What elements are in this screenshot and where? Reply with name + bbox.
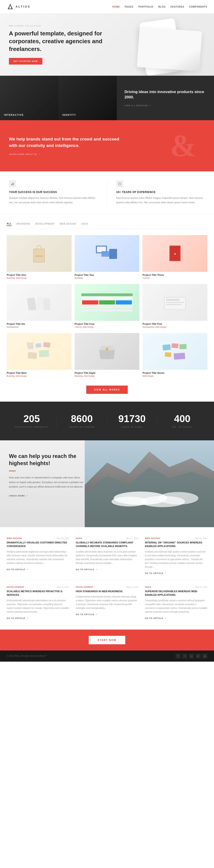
svg-rect-26 [43, 342, 51, 348]
blog-cat-4: Development [7, 586, 25, 588]
hero-cta-button[interactable]: GET STARTED NOW [9, 58, 42, 65]
blog-link-3[interactable]: GO TO ARTICLE [145, 572, 163, 575]
portfolio-item-1[interactable]: ORANGE Project Title One Branding, Web D… [7, 235, 72, 281]
portfolio-item-2[interactable]: Project Title Two Branding [75, 235, 139, 281]
header: ALTIUS HOME PAGES PORTFOLIO BLOG FEATURE… [0, 0, 214, 13]
portfolio-item-6[interactable]: Project Title Six Development [7, 284, 72, 330]
stat-number-projects: 205 [7, 414, 57, 424]
arrow-icon: → [149, 104, 151, 106]
blog-link-1[interactable]: GO TO ARTICLE [7, 568, 25, 570]
filter-webdesign[interactable]: WEB DESIGN [59, 222, 76, 226]
feature-success: YOUR SUCCESS IS OUR SUCCESS Quisque volu… [9, 180, 107, 205]
blog-excerpt-1: Holisticly administrate digital low-risk… [7, 550, 69, 565]
svg-rect-32 [171, 343, 178, 348]
social-googleplus[interactable]: g+ [196, 654, 200, 658]
nav-components[interactable]: COMPONENTS [189, 6, 207, 8]
blog-section: Web Design May 01, 2022 DRAMATICALLY VIS… [0, 527, 214, 629]
logo[interactable]: ALTIUS [7, 3, 30, 10]
portfolio-item-3[interactable]: ▲ Project Title Three CSS/JS [142, 235, 207, 281]
service-identity[interactable]: IDENTITY [58, 76, 117, 120]
filter-uxui[interactable]: UX/UI [81, 222, 88, 226]
portfolio-cat-9: Branding, Web Design [7, 375, 72, 377]
nav-features[interactable]: FEATURES [170, 6, 184, 8]
nav-home[interactable]: HOME [112, 6, 120, 8]
stat-sales: 400 NO. OF SALES [157, 414, 207, 428]
blog-arrow-1: → [26, 568, 29, 570]
svg-rect-4 [13, 183, 14, 185]
portfolio-title-2: Project Title Two [75, 274, 139, 276]
portfolio-item-5[interactable]: Project Title Five Development, Web Desi… [142, 284, 207, 330]
stat-label-projects: SUCCESSFUL PROJECTS [7, 426, 57, 428]
blog-date-5: May 01, 2022 [126, 586, 138, 588]
blog-link-6[interactable]: GO TO ARTICLE [145, 617, 163, 619]
blog-item-2: SEOS May 01, 2022 GLOBALLY INCUBATE STAN… [76, 537, 138, 575]
start-now-button[interactable]: START NOW [89, 636, 125, 644]
blog-link-4[interactable]: GO TO ARTICLE [7, 617, 25, 619]
blog-arrow-6: → [164, 617, 167, 619]
mountain-text: Duis aute irure dolor in reprehenderit i… [9, 475, 85, 489]
portfolio-cat-1: Branding, Web Design [7, 277, 72, 279]
portfolio-item-8[interactable]: ♦ Project Title Eight Branding, Web Desi… [75, 333, 139, 379]
blog-title-3: INTERNAL OR "ORGANIC" SOURCES WHEREAS EN… [145, 541, 207, 548]
blog-excerpt-6: Compellingly pontificate unique e-servic… [145, 599, 207, 614]
blog-excerpt-3: Holisticly procrastinate high-quality co… [145, 550, 207, 569]
svg-rect-31 [162, 344, 171, 351]
nav-blog[interactable]: BLOG [158, 6, 166, 8]
feature-1-title: YOUR SUCCESS IS OUR SUCCESS [9, 191, 98, 194]
blog-excerpt-4: Enthusiastically administrate potentiali… [7, 599, 69, 614]
mountain-cta[interactable]: CHECK MORE [9, 495, 25, 497]
blog-link-5[interactable]: GO TO ARTICLE [76, 613, 94, 616]
feature-2-title: 10+ YEARS OF EXPERIENCE [116, 191, 205, 194]
view-all-button[interactable]: VIEW ALL WORKS [86, 385, 128, 394]
svg-rect-34 [165, 352, 171, 357]
nav-portfolio[interactable]: PORTFOLIO [138, 6, 153, 8]
blog-title-2: GLOBALLY INCUBATE STANDARDS COMPLIANT CH… [76, 541, 138, 548]
svg-rect-17 [43, 299, 51, 310]
svg-rect-10 [101, 251, 109, 257]
portfolio-title-7: Project Title Seven [142, 372, 207, 374]
portfolio-item-4[interactable]: Project Title Four CSS/JS, Web Design [75, 284, 139, 330]
service-interactive[interactable]: INTERACTIVE [0, 76, 58, 120]
portfolio-cat-4: CSS/JS, Web Design [75, 326, 139, 328]
portfolio-title-9: Project Title Nine [7, 372, 72, 374]
blog-date-4: May 01, 2022 [57, 586, 69, 588]
filter-branding[interactable]: BRANDING [17, 222, 30, 226]
blog-row-2: Development May 01, 2022 SCALABLE METRIC… [7, 586, 207, 620]
nav-pages[interactable]: PAGES [125, 6, 134, 8]
social-linkedin[interactable]: in [189, 654, 194, 658]
footer: © 2022 Altius. All rights reserved Altiu… [0, 651, 214, 662]
social-rss[interactable]: ◉ [203, 654, 207, 658]
blog-date-1: May 01, 2022 [57, 537, 69, 539]
learn-more-link[interactable]: LEARN MORE ABOUT US [9, 153, 37, 155]
logo-text: ALTIUS [16, 5, 30, 8]
filter-all[interactable]: ALL [7, 222, 11, 226]
stat-label-lines: LINES OF CODE [107, 426, 157, 428]
hero-section: WELCOME TO ALTIUS A powerful template, d… [0, 13, 214, 76]
feature-1-text: Quisque volutpat aliquet leo rhoncus ult… [9, 196, 98, 205]
blog-arrow-3: → [164, 572, 167, 575]
red-banner: We help brands stand out from the crowd … [0, 120, 214, 172]
svg-marker-0 [8, 4, 12, 9]
portfolio-cat-5: Development, Web Design [142, 326, 207, 328]
service-interactive-label: INTERACTIVE [4, 114, 24, 116]
social-twitter[interactable]: t [182, 654, 187, 658]
stat-hours: 8600 HOURS OF CODING [57, 414, 107, 428]
portfolio-item-9[interactable]: Project Title Nine Branding, Web Design [7, 333, 72, 379]
portfolio-cat-7: Web Design [142, 375, 207, 377]
blog-item-3: Web Design May 01, 2022 INTERNAL OR "ORG… [145, 537, 207, 575]
blog-item-4: Development May 01, 2022 SCALABLE METRIC… [7, 586, 69, 620]
portfolio-title-6: Project Title Six [7, 322, 72, 325]
portfolio-cat-8: Branding, Web Design [75, 375, 139, 377]
blog-item-5: Development May 01, 2022 HIGH STANDARDS … [76, 586, 138, 620]
features-section: YOUR SUCCESS IS OUR SUCCESS Quisque volu… [0, 172, 214, 214]
stat-label-hours: HOURS OF CODING [57, 426, 107, 428]
filter-development[interactable]: DEVELOPMENT [35, 222, 55, 226]
blog-title-6: SUPERIOR DELIVERABLES WHEREAS WEB-ENABLE… [145, 589, 207, 597]
view-services-link[interactable]: VIEW ALL SERVICES [125, 104, 148, 106]
blog-link-2[interactable]: GO TO ARTICLE [76, 568, 94, 570]
portfolio-item-7[interactable]: Project Title Seven Web Design [142, 333, 207, 379]
svg-rect-25 [36, 343, 42, 348]
social-facebook[interactable]: f [176, 654, 181, 658]
feature-icon-1 [9, 180, 16, 187]
stats-section: 205 SUCCESSFUL PROJECTS 8600 HOURS OF CO… [0, 402, 214, 440]
